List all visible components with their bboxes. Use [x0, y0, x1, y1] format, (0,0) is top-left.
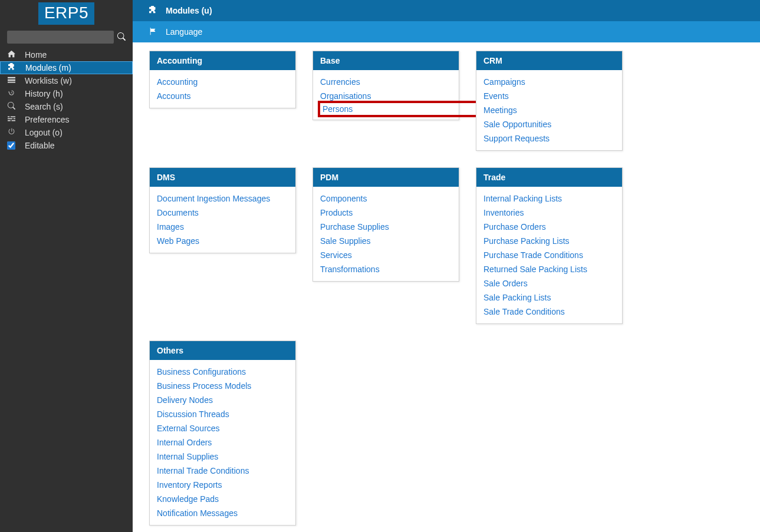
- card-body: Internal Packing Lists Inventories Purch…: [476, 187, 622, 323]
- flag-icon: [149, 27, 157, 37]
- sidebar-item-modules[interactable]: Modules (m): [0, 61, 133, 74]
- history-icon: [7, 89, 15, 98]
- card-header: Accounting: [150, 51, 295, 70]
- module-link-external-sources[interactable]: External Sources: [157, 421, 288, 435]
- power-icon: [7, 128, 15, 137]
- module-link-campaigns[interactable]: Campaigns: [483, 75, 615, 89]
- card-body: Business Configurations Business Process…: [150, 360, 295, 525]
- sidebar-item-label: Preferences: [25, 115, 69, 124]
- card-row: Others Business Configurations Business …: [149, 341, 743, 526]
- module-link-persons[interactable]: Persons: [318, 101, 487, 117]
- module-link-components[interactable]: Components: [320, 191, 452, 206]
- module-link-purchase-orders[interactable]: Purchase Orders: [483, 220, 615, 234]
- logo: ERP5: [38, 2, 94, 25]
- topbar-language[interactable]: Language: [133, 21, 760, 42]
- list-icon: [7, 76, 15, 85]
- nav-list: Home Modules (m) Worklists (w) History (…: [0, 48, 133, 152]
- topbar-modules[interactable]: Modules (u): [133, 0, 760, 21]
- card-pdm: PDM Components Products Purchase Supplie…: [312, 167, 459, 282]
- card-body: Campaigns Events Meetings Sale Opportuni…: [476, 70, 622, 150]
- puzzle-icon: [149, 6, 157, 16]
- module-link-sale-supplies[interactable]: Sale Supplies: [320, 234, 452, 248]
- sidebar-item-label: History (h): [25, 89, 63, 98]
- sliders-icon: [7, 115, 15, 124]
- sidebar-item-label: Logout (o): [25, 128, 62, 137]
- module-link-internal-supplies[interactable]: Internal Supplies: [157, 450, 288, 464]
- topbar-language-label: Language: [166, 27, 202, 37]
- card-header: CRM: [476, 51, 622, 70]
- sidebar-item-worklists[interactable]: Worklists (w): [0, 74, 133, 87]
- card-base: Base Currencies Organisations Persons: [312, 51, 459, 120]
- search-input[interactable]: [7, 31, 114, 44]
- card-header: PDM: [313, 168, 459, 187]
- module-link-sale-trade-conditions[interactable]: Sale Trade Conditions: [483, 305, 615, 319]
- module-link-notification-messages[interactable]: Notification Messages: [157, 506, 288, 520]
- sidebar-item-label: Worklists (w): [25, 76, 72, 85]
- module-link-knowledge-pads[interactable]: Knowledge Pads: [157, 492, 288, 506]
- module-link-events[interactable]: Events: [483, 89, 615, 103]
- module-link-sale-opportunities[interactable]: Sale Opportunities: [483, 117, 615, 131]
- module-link-purchase-packing-lists[interactable]: Purchase Packing Lists: [483, 234, 615, 248]
- card-row: Accounting Accounting Accounts Base Curr…: [149, 51, 743, 151]
- module-link-delivery-nodes[interactable]: Delivery Nodes: [157, 393, 288, 407]
- card-body: Document Ingestion Messages Documents Im…: [150, 187, 295, 253]
- card-dms: DMS Document Ingestion Messages Document…: [149, 167, 296, 253]
- sidebar-item-logout[interactable]: Logout (o): [0, 126, 133, 139]
- search-button[interactable]: [116, 32, 127, 42]
- module-link-support-requests[interactable]: Support Requests: [483, 131, 615, 146]
- module-link-purchase-supplies[interactable]: Purchase Supplies: [320, 220, 452, 234]
- module-link-discussion-threads[interactable]: Discussion Threads: [157, 407, 288, 421]
- sidebar-item-home[interactable]: Home: [0, 48, 133, 61]
- editable-checkbox[interactable]: [7, 141, 15, 150]
- module-link-document-ingestion[interactable]: Document Ingestion Messages: [157, 191, 288, 206]
- module-link-accounting[interactable]: Accounting: [157, 75, 288, 89]
- module-link-meetings[interactable]: Meetings: [483, 103, 615, 117]
- card-body: Components Products Purchase Supplies Sa…: [313, 187, 459, 281]
- search-row: [0, 29, 133, 48]
- sidebar-item-preferences[interactable]: Preferences: [0, 113, 133, 126]
- sidebar-item-editable[interactable]: Editable: [0, 139, 133, 152]
- module-link-sale-packing-lists[interactable]: Sale Packing Lists: [483, 290, 615, 305]
- card-body: Currencies Organisations Persons: [313, 70, 459, 120]
- card-body: Accounting Accounts: [150, 70, 295, 108]
- card-header: Trade: [476, 168, 622, 187]
- sidebar-item-label: Search (s): [25, 102, 63, 111]
- card-others: Others Business Configurations Business …: [149, 341, 296, 526]
- module-link-transformations[interactable]: Transformations: [320, 262, 452, 276]
- home-icon: [7, 50, 15, 60]
- card-row: DMS Document Ingestion Messages Document…: [149, 167, 743, 324]
- sidebar-item-history[interactable]: History (h): [0, 87, 133, 100]
- module-link-images[interactable]: Images: [157, 220, 288, 234]
- content: Accounting Accounting Accounts Base Curr…: [133, 42, 760, 532]
- card-header: DMS: [150, 168, 295, 187]
- module-link-business-configurations[interactable]: Business Configurations: [157, 365, 288, 379]
- module-link-services[interactable]: Services: [320, 248, 452, 262]
- card-accounting: Accounting Accounting Accounts: [149, 51, 296, 108]
- module-link-web-pages[interactable]: Web Pages: [157, 234, 288, 248]
- module-link-internal-orders[interactable]: Internal Orders: [157, 435, 288, 450]
- card-trade: Trade Internal Packing Lists Inventories…: [476, 167, 623, 324]
- module-link-documents[interactable]: Documents: [157, 206, 288, 220]
- main: Modules (u) Language Accounting Accounti…: [133, 0, 760, 532]
- puzzle-icon: [8, 63, 16, 72]
- logo-wrap: ERP5: [0, 0, 133, 29]
- sidebar-item-search[interactable]: Search (s): [0, 100, 133, 113]
- editable-checkbox-wrap: [7, 141, 15, 150]
- topbar-modules-label: Modules (u): [166, 6, 212, 15]
- module-link-accounts[interactable]: Accounts: [157, 89, 288, 103]
- module-link-sale-orders[interactable]: Sale Orders: [483, 276, 615, 290]
- module-link-purchase-trade-conditions[interactable]: Purchase Trade Conditions: [483, 248, 615, 262]
- sidebar-item-label: Home: [25, 50, 47, 60]
- module-link-inventory-reports[interactable]: Inventory Reports: [157, 478, 288, 492]
- card-header: Others: [150, 341, 295, 360]
- module-link-products[interactable]: Products: [320, 206, 452, 220]
- sidebar: ERP5 Home Modules (m) Worklists (w): [0, 0, 133, 532]
- module-link-returned-sale-packing-lists[interactable]: Returned Sale Packing Lists: [483, 262, 615, 276]
- module-link-internal-trade-conditions[interactable]: Internal Trade Conditions: [157, 464, 288, 478]
- module-link-business-process-models[interactable]: Business Process Models: [157, 379, 288, 393]
- module-link-currencies[interactable]: Currencies: [320, 75, 452, 89]
- card-crm: CRM Campaigns Events Meetings Sale Oppor…: [476, 51, 623, 151]
- module-link-internal-packing-lists[interactable]: Internal Packing Lists: [483, 191, 615, 206]
- search-icon: [7, 102, 15, 111]
- module-link-inventories[interactable]: Inventories: [483, 206, 615, 220]
